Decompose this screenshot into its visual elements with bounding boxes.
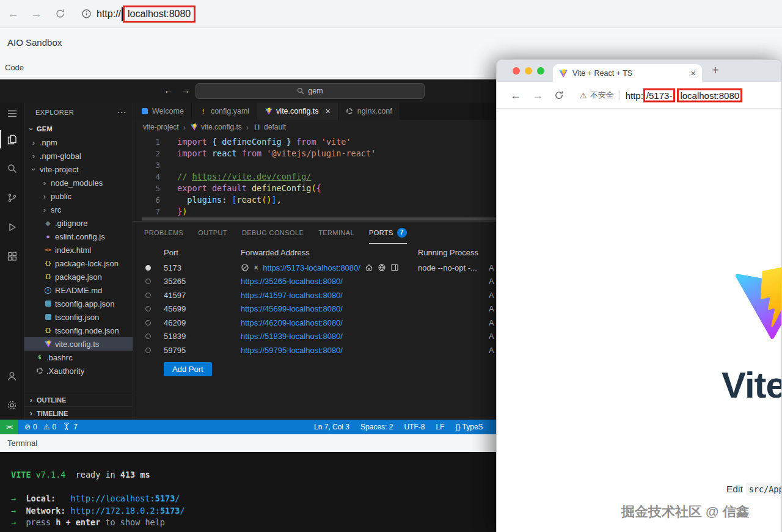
panel-tab-problems[interactable]: PROBLEMS — [144, 222, 183, 244]
divider — [619, 90, 620, 100]
forwarded-address-link[interactable]: https://5173-localhost:8080/ — [263, 263, 360, 272]
file-label: eslint.config.js — [55, 232, 105, 241]
tab-label: nginx.conf — [357, 107, 392, 115]
nav-forward-icon[interactable]: → — [181, 85, 190, 95]
forwarded-address-link[interactable]: https://35265-localhost:8080/ — [241, 277, 343, 286]
forwarded-address-link[interactable]: https://45699-localhost:8080/ — [241, 304, 343, 313]
breadcrumb-item[interactable]: vite-project — [143, 123, 179, 131]
tsconfig-file-icon — [44, 313, 52, 321]
eslint-file-icon: ● — [44, 233, 52, 241]
chrome-address-bar[interactable]: ⚠ 不安全 http: /5173- localhost:8080 — [580, 88, 742, 102]
editor-tab-config.yaml[interactable]: !config.yaml — [192, 103, 257, 120]
minimize-window-button[interactable] — [525, 67, 532, 75]
tree-item-src[interactable]: ›src — [24, 203, 133, 216]
extensions-icon[interactable] — [0, 242, 24, 271]
error-icon: ⊘ — [24, 423, 31, 431]
tree-item-index.html[interactable]: <>index.html — [24, 243, 133, 257]
port-active-dot — [145, 265, 151, 271]
add-port-button[interactable]: Add Port — [164, 362, 212, 376]
eol[interactable]: LF — [436, 423, 444, 431]
cursor-position[interactable]: Ln 7, Col 3 — [314, 423, 349, 431]
explorer-icon[interactable] — [0, 125, 24, 154]
panel-tab-ports[interactable]: PORTS7 — [369, 222, 407, 244]
forwarded-address-link[interactable]: https://41597-localhost:8080/ — [241, 291, 343, 300]
back-icon[interactable]: ← — [7, 8, 19, 20]
file-label: vite.config.ts — [55, 340, 99, 349]
tree-item-vite.config.ts[interactable]: vite.config.ts — [24, 337, 133, 351]
problems-status[interactable]: ⊘0 ⚠0 — [24, 423, 56, 431]
tree-item-.npm[interactable]: ›.npm — [24, 136, 133, 149]
forwarded-address-link[interactable]: https://46209-localhost:8080/ — [241, 318, 343, 327]
outline-section[interactable]: › OUTLINE — [24, 393, 133, 406]
browser-tab[interactable]: Vite + React + TS × — [553, 64, 702, 82]
address-bar[interactable]: http:// localhost:8080 — [97, 5, 196, 23]
forwarded-address-link[interactable]: https://59795-localhost:8080/ — [241, 346, 343, 355]
search-icon[interactable] — [0, 154, 24, 183]
panel-tab-debug-console[interactable]: DEBUG CONSOLE — [242, 222, 304, 244]
tree-item-public[interactable]: ›public — [24, 189, 133, 203]
tree-item-.Xauthority[interactable]: .Xauthority — [24, 364, 133, 377]
open-preview-icon[interactable] — [390, 263, 399, 272]
close-tab-icon[interactable]: × — [690, 68, 696, 78]
tree-item-tsconfig.node.json[interactable]: {}tsconfig.node.json — [24, 324, 133, 337]
forward-icon[interactable]: → — [31, 8, 42, 20]
close-window-button[interactable] — [513, 67, 520, 75]
indentation[interactable]: Spaces: 2 — [360, 423, 393, 431]
close-tab-icon[interactable]: × — [326, 106, 331, 116]
reload-icon[interactable] — [55, 9, 65, 19]
tree-item-package-lock.json[interactable]: {}package-lock.json — [24, 257, 133, 270]
maximize-window-button[interactable] — [537, 67, 544, 75]
back-icon[interactable]: ← — [510, 89, 521, 101]
tree-item-.npm-global[interactable]: ›.npm-global — [24, 149, 133, 162]
globe-icon[interactable] — [378, 263, 386, 272]
workspace-header[interactable]: › GEM — [24, 122, 133, 136]
shell-file-icon: $ — [35, 354, 43, 362]
close-port-icon[interactable]: × — [254, 263, 258, 272]
command-center-search[interactable]: gem — [196, 83, 425, 99]
stop-forwarding-icon[interactable] — [241, 263, 249, 272]
tree-item-tsconfig.json[interactable]: tsconfig.json — [24, 310, 133, 324]
editor-tab-nginx.conf[interactable]: nginx.conf — [338, 103, 400, 120]
tree-item-node_modules[interactable]: ›node_modules — [24, 176, 133, 189]
json-file-icon: {} — [44, 327, 52, 335]
chevron-separator-icon: › — [246, 123, 249, 132]
reload-icon[interactable] — [554, 90, 564, 100]
tree-item-.gitignore[interactable]: ◆.gitignore — [24, 216, 133, 230]
tree-item-eslint.config.js[interactable]: ●eslint.config.js — [24, 230, 133, 243]
panel-tab-label: PROBLEMS — [144, 229, 183, 236]
tree-item-vite-project[interactable]: ›vite-project — [24, 162, 133, 176]
tab-label: config.yaml — [211, 107, 249, 115]
code-snippet: src/App. — [746, 483, 781, 496]
breadcrumb-item[interactable]: vite.config.ts — [190, 123, 242, 131]
info-icon[interactable] — [81, 9, 92, 19]
editor-tab-Welcome[interactable]: Welcome — [133, 103, 192, 120]
editor-tab-vite.config.ts[interactable]: vite.config.ts× — [257, 103, 338, 120]
file-label: tsconfig.node.json — [55, 326, 119, 335]
new-tab-icon[interactable]: + — [712, 64, 719, 78]
nav-back-icon[interactable]: ← — [164, 85, 173, 95]
tree-item-package.json[interactable]: {}package.json — [24, 270, 133, 283]
source-control-icon[interactable] — [0, 183, 24, 213]
settings-gear-icon[interactable] — [0, 390, 24, 420]
run-debug-icon[interactable] — [0, 213, 24, 242]
more-actions-icon[interactable]: ⋯ — [117, 107, 126, 118]
url-text: http:// — [97, 9, 121, 20]
timeline-section[interactable]: › TIMELINE — [24, 406, 133, 420]
panel-tab-output[interactable]: OUTPUT — [198, 222, 227, 244]
menu-icon[interactable] — [0, 103, 24, 125]
forward-icon[interactable]: → — [532, 89, 543, 101]
home-icon[interactable] — [365, 263, 373, 272]
remote-indicator[interactable]: >< — [0, 420, 18, 434]
security-label: 不安全 — [590, 90, 614, 101]
language-mode[interactable]: {} TypeS — [455, 423, 483, 431]
panel-tab-terminal[interactable]: TERMINAL — [318, 222, 354, 244]
tree-item-README.md[interactable]: iREADME.md — [24, 283, 133, 297]
account-icon[interactable] — [0, 361, 24, 390]
tree-item-tsconfig.app.json[interactable]: tsconfig.app.json — [24, 297, 133, 310]
tree-item-.bashrc[interactable]: $.bashrc — [24, 351, 133, 364]
breadcrumb-item[interactable]: []default — [253, 123, 286, 131]
forwarded-address-link[interactable]: https://51839-localhost:8080/ — [241, 332, 343, 341]
ports-count: 7 — [73, 423, 78, 431]
encoding[interactable]: UTF-8 — [404, 423, 425, 431]
ports-status[interactable]: 7 — [62, 423, 78, 431]
